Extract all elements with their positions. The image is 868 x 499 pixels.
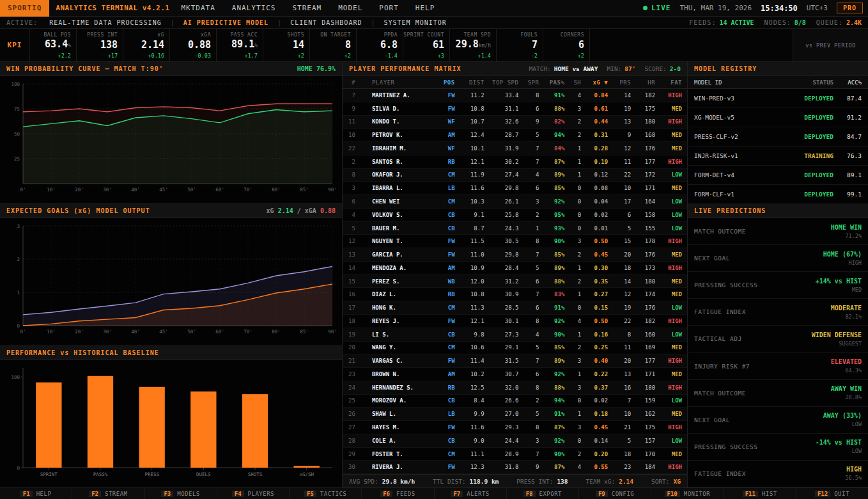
column-header-xg[interactable]: xG ▼ <box>585 79 612 86</box>
models-column: MODEL REGISTRY MODEL IDSTATUSACC% WIN-PR… <box>688 62 868 487</box>
svg-text:2: 2 <box>17 257 20 262</box>
table-row-player-7[interactable]: 7MARTINEZ A.FW11.233.4891%40.8414182HIGH <box>343 89 687 102</box>
menu-item-mktdata[interactable]: MKTDATA <box>181 4 215 12</box>
table-row-player-2[interactable]: 2SANTOS R.RB12.130.2787%10.1911177HIGH <box>343 155 687 169</box>
column-header-pos[interactable]: POS <box>435 79 459 86</box>
fkey-f3[interactable]: F3MODELS <box>145 488 217 499</box>
cell-top-spd: 28.4 <box>488 265 523 271</box>
fkey-code: F11 <box>743 491 758 497</box>
column-header-spr[interactable]: SPR <box>522 79 543 86</box>
menu-item-analytics[interactable]: ANALYTICS <box>232 4 276 12</box>
table-row-player-23[interactable]: 23BROWN N.AM10.230.7692%10.2213171MED <box>343 368 687 381</box>
table-row-player-14[interactable]: 14MENDOZA A.AM10.928.4589%10.3018173HIGH <box>343 262 687 275</box>
meta-label: SCORE: <box>645 65 667 72</box>
cell-player: MARTINEZ A. <box>359 92 435 99</box>
cell-hr: 180 <box>635 278 659 285</box>
table-row-player-16[interactable]: 16DIAZ L.RB10.830.9783%10.2712174MED <box>343 288 687 301</box>
column-header-pas-[interactable]: PAS% <box>543 79 568 86</box>
fkey-f5[interactable]: F5TACTICS <box>290 488 362 499</box>
column-header-sh[interactable]: SH <box>568 79 585 86</box>
menu-item-help[interactable]: HELP <box>415 4 435 12</box>
menu-item-port[interactable]: PORT <box>379 4 399 12</box>
cell-dist: 12.5 <box>459 384 488 391</box>
fkey-f12[interactable]: F12QUIT <box>796 488 868 499</box>
column-header-fat[interactable]: FAT <box>659 79 687 86</box>
tab-ai-predictive-model[interactable]: AI PREDICTIVE MODEL <box>181 19 271 26</box>
table-row-player-5[interactable]: 5BAUER M.CB8.724.3193%00.015155LOW <box>343 222 687 235</box>
column-header-top-spd[interactable]: TOP SPD <box>488 79 523 86</box>
table-row-player-19[interactable]: 19LI S.CB9.827.3490%10.168160LOW <box>343 328 687 342</box>
table-row-player-29[interactable]: 29FOSTER T.CM11.128.9790%20.2018170MED <box>343 448 687 461</box>
table-row-player-17[interactable]: 17HONG K.CM11.328.5691%00.1519176LOW <box>343 301 687 315</box>
prediction-item-8: PRESSING SUCCESS-14% vs HISTLOW <box>688 434 868 461</box>
table-row-player-25[interactable]: 25MOROZOV A.CB8.426.6294%00.027159LOW <box>343 395 687 408</box>
registry-row-injr-risk-v1[interactable]: INJR-RISK-v1TRAINING76.3 <box>688 147 868 166</box>
cell-top-spd: 28.5 <box>488 305 523 311</box>
table-row-player-9[interactable]: 9SILVA D.FW10.831.1688%30.6119175MED <box>343 102 687 116</box>
table-row-player-15[interactable]: 15PEREZ S.WB12.031.2688%20.3514180MED <box>343 275 687 289</box>
kpi-label: SHOTS <box>287 32 304 38</box>
column-header-hr[interactable]: HR <box>635 79 659 86</box>
table-row-player-26[interactable]: 26SHAW L.LB9.927.0591%10.1810162MED <box>343 408 687 421</box>
registry-row-win-pred-v3[interactable]: WIN-PRED-v3DEPLOYED87.4 <box>688 89 868 108</box>
cell-dist: 9.1 <box>459 212 488 218</box>
table-row-player-13[interactable]: 13GARCIA P.FW11.029.8785%20.4520176MED <box>343 248 687 262</box>
tab-client-dashboard[interactable]: CLIENT DASHBOARD <box>288 19 364 26</box>
sort-desc-icon: ▼ <box>600 79 608 86</box>
svg-text:85': 85' <box>300 187 309 193</box>
table-row-player-27[interactable]: 27HAYES M.FW11.629.3887%30.4521175HIGH <box>343 421 687 434</box>
registry-row-form-det-v4[interactable]: FORM-DET-v4DEPLOYED89.1 <box>688 166 868 185</box>
cell-fat: HIGH <box>659 118 687 125</box>
table-row-player-4[interactable]: 4VOLKOV S.CB9.125.8295%00.026158LOW <box>343 209 687 222</box>
table-row-player-12[interactable]: 12NGUYEN T.FW11.530.5890%30.5015178HIGH <box>343 235 687 248</box>
menu-item-stream[interactable]: STREAM <box>292 4 322 12</box>
baseline-chart: 0100SPRINTPASS%PRESSDUELSSHOTSxG/SH <box>0 360 342 487</box>
fkey-f9[interactable]: F9CONFIG <box>579 488 651 499</box>
table-row-player-3[interactable]: 3IBARRA L.LB11.629.8685%00.0810171MED <box>343 182 687 195</box>
table-row-player-20[interactable]: 20WANG Y.CM10.629.1585%20.2511169MED <box>343 342 687 355</box>
table-row-player-30[interactable]: 30RIVERA J.FW12.331.8987%40.5523184HIGH <box>343 461 687 474</box>
registry-row-press-clf-v2[interactable]: PRESS-CLF-v2DEPLOYED84.7 <box>688 127 868 147</box>
fkey-f2[interactable]: F2STREAM <box>72 488 144 499</box>
column-header-prs[interactable]: PRS <box>612 79 635 86</box>
table-row-player-28[interactable]: 28COLE A.CB9.024.4392%00.145157LOW <box>343 434 687 448</box>
fkey-f7[interactable]: F7ALERTS <box>435 488 507 499</box>
column-header-player[interactable]: PLAYER <box>359 79 435 86</box>
kpi-press-int: PRESS INT138+17 <box>76 29 123 61</box>
cell-num: 14 <box>343 265 359 271</box>
fkey-f11[interactable]: F11HIST <box>724 488 796 499</box>
table-row-player-10[interactable]: 10PETROV K.AM12.428.7594%20.319168MED <box>343 129 687 142</box>
cell-sh: 1 <box>568 145 585 152</box>
table-row-player-8[interactable]: 8OKAFOR J.CM11.927.4489%10.1222172LOW <box>343 169 687 182</box>
fkey-f4[interactable]: F4PLAYERS <box>217 488 290 499</box>
column-header-num[interactable]: # <box>343 79 359 86</box>
table-row-player-24[interactable]: 24HERNANDEZ S.RB12.532.0888%30.3716180HI… <box>343 381 687 395</box>
fkey-f1[interactable]: F1HELP <box>0 488 72 499</box>
registry-row-form-clf-v1[interactable]: FORM-CLF-v1DEPLOYED99.1 <box>688 185 868 204</box>
cell-hr: 169 <box>635 344 659 351</box>
cell-xg: 0.25 <box>585 344 612 351</box>
column-header-dist[interactable]: DIST <box>459 79 488 86</box>
fkey-f6[interactable]: F6FEEDS <box>362 488 434 499</box>
table-row-player-18[interactable]: 18REYES J.FW12.130.1892%40.5022182HIGH <box>343 315 687 328</box>
fkey-f8[interactable]: F8EXPORT <box>507 488 579 499</box>
prediction-sub: MED <box>816 287 862 293</box>
menu-item-model[interactable]: MODEL <box>338 4 362 12</box>
cell-pass: 89% <box>543 265 568 271</box>
table-row-player-21[interactable]: 21VARGAS C.FW11.431.5789%30.4020177HIGH <box>343 354 687 368</box>
fkey-code: F4 <box>232 491 244 497</box>
xg-model-chart: 01230'10'20'30'40'45'50'60'70'80'85'90' <box>0 218 342 345</box>
registry-col-acc-[interactable]: ACC% <box>833 79 862 86</box>
badge-part: 2.14 <box>278 207 293 214</box>
pro-badge[interactable]: PRO <box>837 3 863 13</box>
registry-col-model-id[interactable]: MODEL ID <box>694 79 784 86</box>
stat-value: 2.4K <box>846 19 862 26</box>
tab-real-time-data-processing[interactable]: REAL-TIME DATA PROCESSING <box>47 19 164 26</box>
table-row-player-6[interactable]: 6CHEN WEICM10.326.1392%00.0417164LOW <box>343 195 687 209</box>
tab-system-monitor[interactable]: SYSTEM MONITOR <box>381 19 449 26</box>
table-row-player-22[interactable]: 22IBRAHIM M.WF10.131.9784%10.2812176MED <box>343 142 687 155</box>
fkey-f10[interactable]: F10MONITOR <box>651 488 724 499</box>
table-row-player-11[interactable]: 11KONDO T.WF10.732.6982%20.4413180HIGH <box>343 116 687 129</box>
registry-col-status[interactable]: STATUS <box>784 79 833 86</box>
registry-row-xg-model-v5[interactable]: XG-MODEL-v5DEPLOYED91.2 <box>688 108 868 127</box>
